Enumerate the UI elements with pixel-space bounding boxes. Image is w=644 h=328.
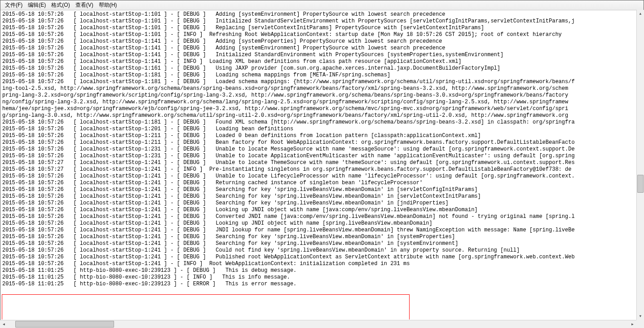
h-scroll-track[interactable] xyxy=(8,320,629,328)
scroll-up-icon[interactable]: ▲ xyxy=(637,10,644,18)
scroll-left-icon[interactable]: ◀ xyxy=(0,320,8,328)
log-text[interactable]: 2015-05-18 10:57:26 [ localhost-startSto… xyxy=(0,10,644,288)
v-scroll-track[interactable] xyxy=(637,18,644,312)
horizontal-scrollbar[interactable]: ◀ ▶ xyxy=(0,320,636,328)
menu-bar: 文件(F) 编辑(E) 格式(O) 查看(V) 帮助(H) xyxy=(0,0,644,10)
scroll-right-icon[interactable]: ▶ xyxy=(629,320,636,328)
scroll-down-icon[interactable]: ▼ xyxy=(637,312,644,320)
menu-help[interactable]: 帮助(H) xyxy=(96,0,120,10)
content-area: 2015-05-18 10:57:26 [ localhost-startSto… xyxy=(0,10,644,319)
menu-file[interactable]: 文件(F) xyxy=(2,0,25,10)
menu-edit[interactable]: 编辑(E) xyxy=(25,0,49,10)
highlight-box xyxy=(2,294,410,319)
menu-view[interactable]: 查看(V) xyxy=(73,0,96,10)
menu-format[interactable]: 格式(O) xyxy=(49,0,72,10)
scrollbar-corner xyxy=(636,320,644,328)
h-scroll-thumb[interactable] xyxy=(15,321,114,328)
vertical-scrollbar[interactable]: ▲ ▼ xyxy=(636,10,644,320)
v-scroll-thumb[interactable] xyxy=(637,175,644,193)
